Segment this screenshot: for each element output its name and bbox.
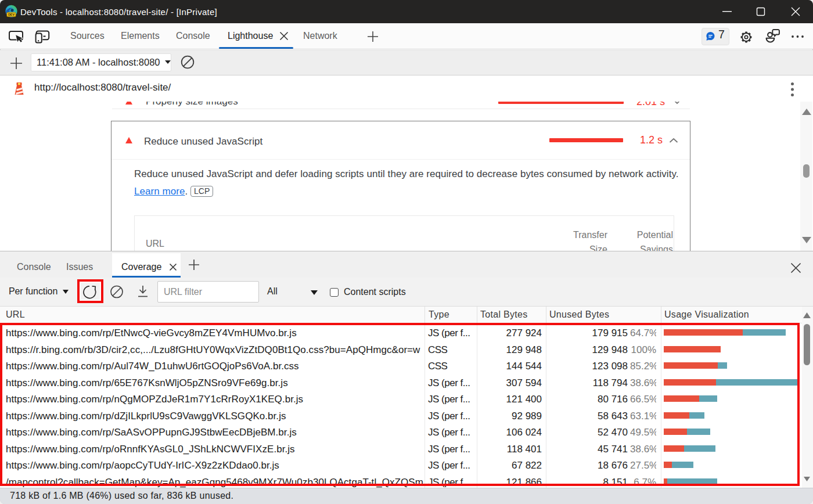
svg-text:DEV: DEV (8, 13, 15, 16)
